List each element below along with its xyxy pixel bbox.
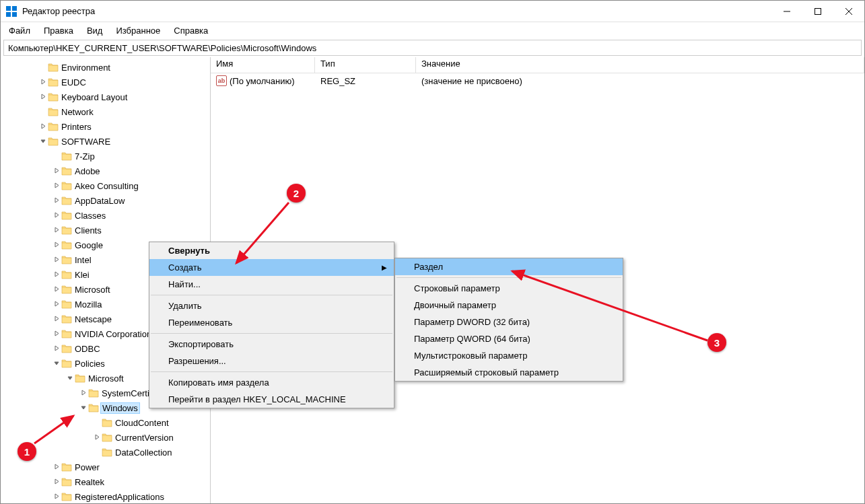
- tree-expand-icon[interactable]: [52, 256, 61, 264]
- tree-label: Google: [75, 240, 103, 250]
- tree-expand-icon[interactable]: [38, 94, 48, 101]
- menu-separator: [151, 295, 392, 295]
- menu-item-найти-[interactable]: Найти...: [149, 276, 394, 293]
- tree-item-software[interactable]: SOFTWARE: [1, 134, 210, 149]
- context-menu-new[interactable]: РазделСтроковый параметрДвоичный парамет…: [394, 258, 623, 382]
- menu-item-раздел[interactable]: Раздел: [395, 258, 623, 275]
- tree-item-adobe[interactable]: Adobe: [1, 164, 210, 178]
- tree-label: RegisteredApplications: [75, 492, 164, 502]
- tree-item-classes[interactable]: Classes: [1, 208, 210, 223]
- tree-item-realtek[interactable]: Realtek: [1, 474, 210, 489]
- menu-edit[interactable]: Правка: [38, 24, 79, 37]
- tree-expand-icon[interactable]: [52, 493, 61, 501]
- reg-string-icon: ab: [216, 75, 227, 86]
- tree-expand-icon[interactable]: [52, 316, 61, 323]
- menu-item-двоичный-параметр[interactable]: Двоичный параметр: [395, 297, 623, 314]
- svg-rect-5: [815, 8, 821, 14]
- tree-expand-icon[interactable]: [38, 123, 48, 131]
- menu-item-перейти-в-раздел-hkey-local-machine[interactable]: Перейти в раздел HKEY_LOCAL_MACHINE: [149, 391, 394, 408]
- folder-icon: [61, 151, 72, 161]
- menu-item-расширяемый-строковый-параметр[interactable]: Расширяемый строковый параметр: [395, 364, 623, 381]
- menu-view[interactable]: Вид: [81, 24, 108, 37]
- folder-icon: [61, 314, 72, 324]
- tree-item-registeredapplications[interactable]: RegisteredApplications: [1, 489, 210, 503]
- tree-item-power[interactable]: Power: [1, 460, 210, 474]
- tree-expand-icon[interactable]: [52, 212, 61, 219]
- menu-item-удалить[interactable]: Удалить: [149, 297, 394, 314]
- tree-item-environment[interactable]: Environment: [1, 60, 210, 75]
- menu-item-параметр-qword-64-бита-[interactable]: Параметр QWORD (64 бита): [395, 330, 623, 347]
- tree-label: Mozilla: [75, 299, 102, 310]
- tree-expand-icon[interactable]: [52, 345, 61, 353]
- tree-expand-icon[interactable]: [79, 390, 88, 397]
- close-button[interactable]: [833, 1, 864, 22]
- tree-expand-icon[interactable]: [52, 168, 61, 175]
- menu-item-копировать-имя-раздела[interactable]: Копировать имя раздела: [149, 374, 394, 391]
- tree-expand-icon[interactable]: [52, 330, 61, 338]
- tree-item-clients[interactable]: Clients: [1, 223, 210, 238]
- svg-rect-3: [12, 12, 17, 17]
- tree-label: AppDataLow: [75, 196, 125, 206]
- col-value[interactable]: Значение: [416, 57, 864, 73]
- tree-item-7-zip[interactable]: 7-Zip: [1, 149, 210, 164]
- tree-expand-icon[interactable]: [52, 286, 61, 293]
- tree-item-cloudcontent[interactable]: CloudContent: [1, 415, 210, 430]
- tree-expand-icon[interactable]: [52, 271, 61, 279]
- tree-collapse-icon[interactable]: [65, 375, 75, 382]
- tree-label: CloudContent: [115, 418, 169, 428]
- tree-collapse-icon[interactable]: [52, 360, 61, 367]
- tree-item-appdatalow[interactable]: AppDataLow: [1, 193, 210, 208]
- tree-item-akeo-consulting[interactable]: Akeo Consulting: [1, 178, 210, 193]
- tree-expand-icon[interactable]: [52, 301, 61, 308]
- tree-label: Power: [75, 462, 100, 472]
- tree-expand-icon[interactable]: [92, 434, 102, 441]
- tree-expand-icon[interactable]: [52, 182, 61, 190]
- tree-item-printers[interactable]: Printers: [1, 119, 210, 134]
- menu-item-параметр-dword-32-бита-[interactable]: Параметр DWORD (32 бита): [395, 314, 623, 330]
- folder-icon: [48, 63, 59, 72]
- address-bar[interactable]: Компьютер\HKEY_CURRENT_USER\SOFTWARE\Pol…: [3, 40, 862, 56]
- list-header: Имя Тип Значение: [211, 57, 864, 73]
- tree-expand-icon[interactable]: [52, 464, 61, 471]
- tree-collapse-icon[interactable]: [38, 138, 48, 145]
- tree-item-network[interactable]: Network: [1, 104, 210, 119]
- folder-icon: [61, 477, 72, 487]
- tree-expand-icon[interactable]: [52, 478, 61, 486]
- tree-label: Microsoft: [88, 373, 124, 384]
- folder-icon: [61, 359, 72, 368]
- col-type[interactable]: Тип: [315, 57, 416, 73]
- tree-label: Akeo Consulting: [75, 181, 139, 191]
- tree-expand-icon[interactable]: [52, 227, 61, 234]
- folder-icon: [61, 255, 72, 264]
- titlebar: Редактор реестра: [1, 1, 864, 22]
- tree-label: Realtek: [75, 477, 104, 487]
- tree-item-keyboard-layout[interactable]: Keyboard Layout: [1, 89, 210, 104]
- menu-item-мультистроковый-параметр[interactable]: Мультистроковый параметр: [395, 347, 623, 364]
- tree-label: Keyboard Layout: [61, 92, 127, 102]
- tree-expand-icon[interactable]: [52, 242, 61, 249]
- menu-item-разрешения-[interactable]: Разрешения...: [149, 353, 394, 369]
- list-row[interactable]: ab (По умолчанию) REG_SZ (значение не пр…: [211, 73, 864, 88]
- menu-separator: [151, 371, 392, 372]
- col-name[interactable]: Имя: [211, 57, 315, 73]
- context-menu-main[interactable]: СвернутьСоздать▶Найти...УдалитьПереимено…: [149, 242, 394, 408]
- menu-item-создать[interactable]: Создать▶: [149, 259, 394, 276]
- tree-item-eudc[interactable]: EUDC: [1, 75, 210, 89]
- menu-item-экспортировать[interactable]: Экспортировать: [149, 336, 394, 353]
- folder-icon: [88, 388, 99, 398]
- menu-item-переименовать[interactable]: Переименовать: [149, 314, 394, 331]
- menu-help[interactable]: Справка: [168, 24, 213, 37]
- tree-expand-icon[interactable]: [38, 79, 48, 86]
- tree-collapse-icon[interactable]: [79, 404, 88, 412]
- submenu-arrow-icon: ▶: [382, 264, 387, 271]
- menu-favorites[interactable]: Избранное: [110, 24, 166, 37]
- tree-label: Netscape: [75, 314, 112, 324]
- tree-item-currentversion[interactable]: CurrentVersion: [1, 430, 210, 445]
- menu-item-свернуть[interactable]: Свернуть: [149, 242, 394, 259]
- menu-file[interactable]: Файл: [3, 24, 36, 37]
- tree-expand-icon[interactable]: [52, 197, 61, 205]
- tree-label: Printers: [61, 122, 92, 132]
- maximize-button[interactable]: [802, 1, 833, 22]
- minimize-button[interactable]: [771, 1, 802, 22]
- menu-item-строковый-параметр[interactable]: Строковый параметр: [395, 280, 623, 297]
